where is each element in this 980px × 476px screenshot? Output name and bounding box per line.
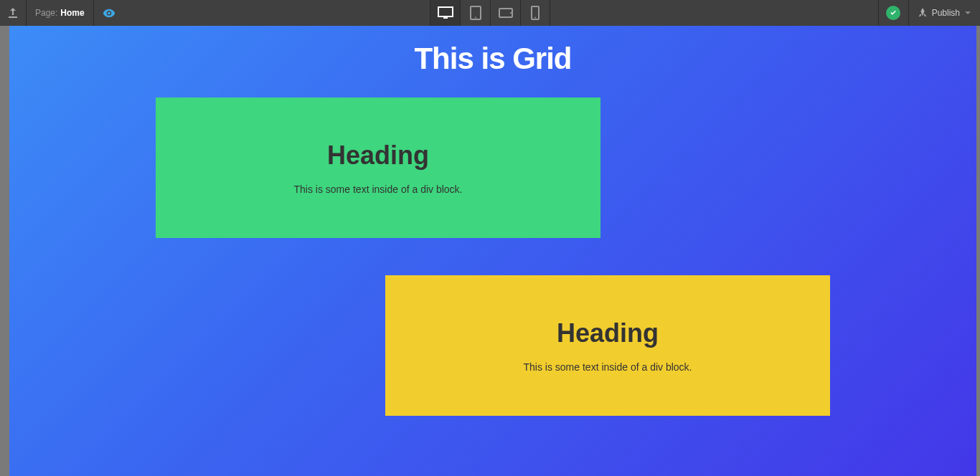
export-button[interactable]	[0, 0, 27, 26]
page-name: Home	[60, 8, 84, 18]
card-text[interactable]: This is some text inside of a div block.	[170, 184, 586, 195]
device-tablet-button[interactable]	[460, 0, 490, 26]
page-label: Page:	[35, 8, 57, 18]
device-switcher	[430, 0, 550, 26]
design-canvas[interactable]: This is Grid Heading This is some text i…	[9, 26, 976, 476]
tablet-landscape-icon	[499, 8, 513, 18]
top-toolbar: Page: Home Publish	[0, 0, 980, 26]
desktop-icon	[438, 6, 453, 19]
grid-container[interactable]: Heading This is some text inside of a di…	[156, 97, 830, 416]
export-icon	[7, 7, 19, 19]
canvas-wrapper: This is Grid Heading This is some text i…	[0, 26, 980, 476]
status-check-icon	[886, 6, 900, 20]
svg-rect-1	[443, 17, 448, 19]
preview-button[interactable]	[94, 0, 124, 26]
device-tablet-landscape-button[interactable]	[490, 0, 520, 26]
card-green[interactable]: Heading This is some text inside of a di…	[156, 97, 600, 238]
svg-rect-0	[438, 7, 453, 16]
card-heading[interactable]: Heading	[400, 318, 816, 348]
svg-point-7	[534, 17, 536, 19]
toolbar-right-group: Publish	[878, 0, 980, 26]
grid-row: Heading This is some text inside of a di…	[156, 275, 830, 416]
status-button[interactable]	[878, 0, 908, 26]
card-heading[interactable]: Heading	[170, 141, 586, 171]
eye-icon	[103, 6, 116, 19]
svg-point-3	[475, 17, 476, 19]
toolbar-left-group: Page: Home	[0, 0, 124, 26]
publish-label: Publish	[932, 8, 960, 18]
card-text[interactable]: This is some text inside of a div block.	[400, 361, 816, 373]
device-desktop-button[interactable]	[430, 0, 460, 26]
page-title[interactable]: This is Grid	[9, 26, 976, 97]
card-yellow[interactable]: Heading This is some text inside of a di…	[385, 275, 830, 416]
grid-row: Heading This is some text inside of a di…	[156, 97, 830, 238]
tablet-icon	[470, 6, 481, 20]
rocket-icon	[918, 8, 928, 18]
page-selector[interactable]: Page: Home	[27, 0, 94, 26]
device-mobile-button[interactable]	[520, 0, 550, 26]
mobile-icon	[531, 6, 540, 20]
publish-button[interactable]: Publish	[908, 0, 980, 26]
chevron-down-icon	[964, 9, 971, 16]
svg-point-5	[510, 12, 512, 14]
